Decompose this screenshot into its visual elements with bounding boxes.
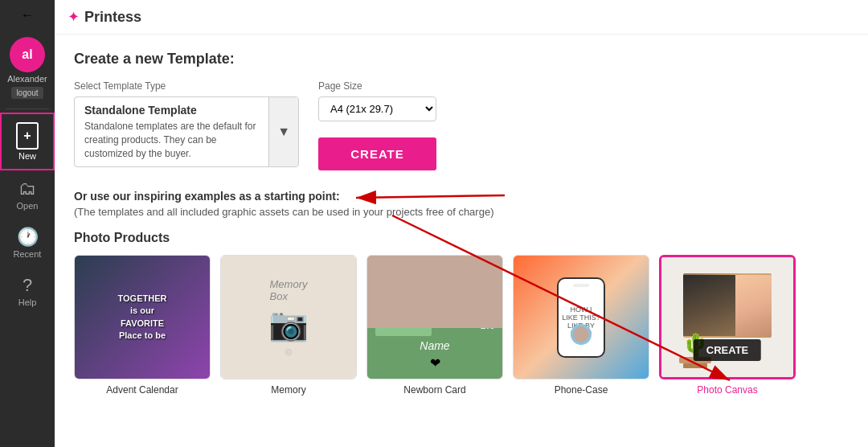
- product-image-phone-case: HOW I LIKE THIS? LIKE BY KIND?: [513, 255, 649, 379]
- create-button[interactable]: CREATE: [318, 137, 436, 170]
- sidebar-item-recent[interactable]: 🕐 Recent: [0, 219, 55, 267]
- template-dropdown-button[interactable]: ▼: [268, 97, 298, 166]
- product-label-advent-calendar: Advent Calendar: [106, 384, 178, 396]
- memory-preview: MemoryBox 📷 ◎: [221, 256, 356, 379]
- phone-case-shape: HOW I LIKE THIS? LIKE BY KIND?: [557, 277, 605, 358]
- template-selector[interactable]: Standalone Template Standalone templates…: [74, 96, 299, 167]
- product-label-phone-case: Phone-Case: [555, 384, 608, 396]
- create-form: Select Template Type Standalone Template…: [74, 80, 849, 170]
- chevron-down-icon: ▼: [277, 125, 290, 139]
- logo: ✦ Printess: [68, 8, 141, 26]
- template-description: Standalone templates are the default for…: [84, 120, 259, 160]
- username-label: Alexander: [7, 74, 47, 84]
- card-create-overlay[interactable]: CREATE: [694, 339, 761, 361]
- product-image-memory: MemoryBox 📷 ◎: [220, 255, 357, 379]
- product-label-newborn-card: Newborn Card: [403, 384, 465, 396]
- product-card-phone-case[interactable]: HOW I LIKE THIS? LIKE BY KIND? Phone-Cas…: [513, 255, 649, 396]
- page-title: Create a new Template:: [74, 51, 849, 68]
- product-label-memory: Memory: [271, 384, 305, 396]
- back-button[interactable]: ←: [0, 0, 55, 31]
- sidebar-item-recent-label: Recent: [14, 249, 42, 259]
- folder-icon: 🗂: [18, 178, 36, 199]
- page-size-label: Page Size: [318, 80, 436, 92]
- phone-case-preview: HOW I LIKE THIS? LIKE BY KIND?: [514, 256, 649, 379]
- products-row: TOGETHERis ourFAVORITEPlace to be Advent…: [74, 255, 849, 396]
- logout-button[interactable]: logout: [11, 87, 43, 99]
- logo-icon: ✦: [68, 8, 80, 26]
- content-area: Create a new Template: Select Template T…: [55, 35, 868, 447]
- logo-text: Printess: [84, 9, 141, 26]
- new-document-icon: [16, 122, 39, 150]
- template-type-section: Select Template Type Standalone Template…: [74, 80, 299, 167]
- product-label-photo-canvas: Photo Canvas: [697, 384, 757, 396]
- newborn-card-preview: Eve Name ❤: [367, 256, 502, 379]
- sidebar-item-help-label: Help: [18, 297, 37, 307]
- main-content: ✦ Printess Create a new Template: Select…: [55, 0, 868, 447]
- examples-subtitle: (The templates and all included graphic …: [74, 206, 849, 218]
- avatar: al: [10, 37, 45, 72]
- sidebar-divider: [6, 109, 49, 109]
- product-image-photo-canvas: 🌵 CREATE: [659, 255, 796, 379]
- product-image-advent-calendar: TOGETHERis ourFAVORITEPlace to be: [74, 255, 211, 379]
- photo-products-heading: Photo Products: [74, 231, 849, 245]
- product-image-newborn-card: Eve Name ❤: [366, 255, 503, 379]
- product-card-newborn-card[interactable]: Eve Name ❤ Newborn Card: [366, 255, 503, 396]
- help-icon: ?: [23, 275, 32, 296]
- template-type-label: Select Template Type: [74, 80, 299, 92]
- sidebar-item-new[interactable]: New: [0, 113, 55, 170]
- sidebar-item-new-label: New: [18, 151, 36, 161]
- advent-calendar-preview: TOGETHERis ourFAVORITEPlace to be: [75, 256, 210, 379]
- examples-section: Or use our inspiring examples as a start…: [74, 190, 849, 218]
- sidebar-item-help[interactable]: ? Help: [0, 267, 55, 315]
- template-name: Standalone Template: [84, 104, 259, 117]
- template-info-box: Standalone Template Standalone templates…: [75, 97, 268, 166]
- clock-icon: 🕐: [17, 227, 39, 248]
- back-arrow-icon: ←: [21, 8, 34, 23]
- page-size-create-section: Page Size A4 (21x 29.7) A3 (29.7x42) Let…: [318, 80, 436, 170]
- sidebar: ← al Alexander logout New 🗂 Open 🕐 Recen…: [0, 0, 55, 447]
- sidebar-item-open-label: Open: [17, 201, 39, 211]
- sidebar-item-open[interactable]: 🗂 Open: [0, 170, 55, 219]
- page-size-section: Page Size A4 (21x 29.7) A3 (29.7x42) Let…: [318, 80, 436, 121]
- product-card-advent-calendar[interactable]: TOGETHERis ourFAVORITEPlace to be Advent…: [74, 255, 211, 396]
- examples-title: Or use our inspiring examples as a start…: [74, 190, 849, 203]
- camera-icon: 📷: [268, 306, 309, 343]
- page-size-select[interactable]: A4 (21x 29.7) A3 (29.7x42) Letter (8.5x1…: [318, 96, 436, 121]
- product-card-memory[interactable]: MemoryBox 📷 ◎ Memory: [220, 255, 357, 396]
- product-card-photo-canvas[interactable]: 🌵 CREATE Photo Canvas: [659, 255, 796, 396]
- app-header: ✦ Printess: [55, 0, 868, 35]
